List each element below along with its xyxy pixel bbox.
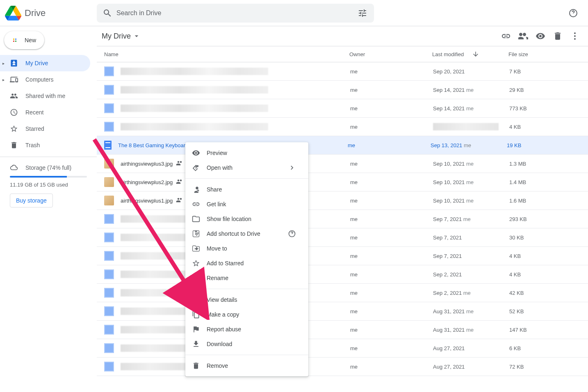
more-button[interactable] (567, 28, 583, 44)
ctx-view-details[interactable]: View details (185, 292, 308, 307)
storage-header[interactable]: Storage (74% full) (10, 164, 87, 172)
file-row[interactable]: me Sep 2, 2021 4 KB (97, 265, 588, 284)
file-modified: Sep 7, 2021 (433, 253, 509, 259)
sidebar-item-starred[interactable]: Starred (0, 121, 90, 137)
buy-storage-button[interactable]: Buy storage (10, 194, 53, 207)
file-modified: Sep 10, 2021 me (433, 179, 509, 185)
folder-icon (192, 215, 200, 223)
col-size[interactable]: File size (508, 51, 588, 57)
file-row[interactable]: me Sep 7, 2021 me 293 KB (97, 210, 588, 228)
ctx-add-shortcut-to-drive[interactable]: Add shortcut to Drive (185, 226, 308, 241)
file-row[interactable]: The 8 Best Gaming Keyboards of 2021 me S… (97, 136, 588, 155)
file-row[interactable]: airthingsviewplus2.jpg me Sep 10, 2021 m… (97, 173, 588, 191)
file-size: 42 KB (509, 290, 588, 296)
ctx-add-to-starred[interactable]: Add to Starred (185, 256, 308, 271)
file-size: 6 KB (509, 345, 588, 351)
new-button[interactable]: New (4, 31, 44, 49)
file-size: 7 KB (509, 68, 588, 75)
file-row[interactable]: me Aug 31, 2021 me 147 KB (97, 321, 588, 339)
file-row[interactable]: me Sep 2, 2021 me 42 KB (97, 284, 588, 302)
help-icon[interactable] (288, 230, 296, 238)
sidebar: New My DriveComputersShared with meRecen… (0, 26, 97, 392)
help-icon[interactable] (565, 5, 581, 21)
shared-icon (176, 196, 183, 205)
list-header: Name Owner Last modified File size (97, 46, 588, 62)
sort-down-icon (472, 50, 479, 58)
ctx-label: Download (207, 341, 232, 347)
file-row[interactable]: me Sep 14, 2021 me 29 KB (97, 81, 588, 99)
file-row[interactable]: me 4 KB (97, 118, 588, 136)
file-row[interactable]: me Aug 27, 2021 6 KB (97, 339, 588, 358)
file-row[interactable]: me Sep 7, 2021 4 KB (97, 247, 588, 265)
file-row[interactable]: airthingsviewplus1.jpg me Sep 10, 2021 m… (97, 191, 588, 210)
col-name[interactable]: Name (97, 51, 349, 57)
file-type-icon (104, 362, 114, 371)
sidebar-item-my-drive[interactable]: My Drive (0, 55, 90, 71)
sidebar-item-trash[interactable]: Trash (0, 137, 90, 153)
storage-detail: 11.19 GB of 15 GB used (10, 182, 87, 188)
ctx-make-a-copy[interactable]: Make a copy (185, 307, 308, 322)
file-type-icon (104, 214, 114, 224)
ctx-share[interactable]: Share (185, 182, 308, 197)
ctx-label: Report abuse (207, 326, 241, 333)
sidebar-item-label: Recent (25, 109, 43, 116)
file-owner: me (350, 308, 433, 315)
file-owner: me (350, 124, 433, 130)
file-modified: Aug 31, 2021 me (433, 308, 509, 315)
ctx-preview[interactable]: Preview (185, 146, 308, 160)
search-bar[interactable] (97, 4, 374, 23)
sidebar-item-shared-with-me[interactable]: Shared with me (0, 88, 90, 104)
trash-icon (192, 362, 200, 370)
logo[interactable]: Drive (5, 5, 97, 21)
file-size: 4 KB (509, 253, 588, 259)
ctx-show-file-location[interactable]: Show file location (185, 212, 308, 226)
file-modified: Sep 2, 2021 (433, 271, 509, 278)
storage-label: Storage (74% full) (25, 164, 71, 171)
col-modified[interactable]: Last modified (432, 50, 508, 58)
ctx-get-link[interactable]: Get link (185, 197, 308, 212)
file-name-cell (121, 68, 350, 75)
file-type-icon (104, 232, 114, 242)
share-button[interactable] (515, 28, 531, 44)
sidebar-item-recent[interactable]: Recent (0, 104, 90, 121)
file-name-blurred (121, 123, 268, 130)
file-owner: me (350, 235, 433, 241)
file-owner: me (350, 290, 433, 296)
ctx-move-to[interactable]: Move to (185, 241, 308, 256)
drive-icon (10, 59, 18, 67)
remove-button[interactable] (549, 28, 566, 44)
flag-icon (192, 325, 200, 333)
search-input[interactable] (116, 9, 358, 17)
preview-button[interactable] (532, 28, 549, 44)
storage-fill (10, 176, 67, 178)
col-owner[interactable]: Owner (349, 51, 432, 57)
ctx-divider (185, 289, 308, 289)
tune-icon[interactable] (358, 8, 367, 18)
ctx-label: Rename (207, 275, 228, 281)
file-row[interactable]: me Sep 20, 2021 7 KB (97, 62, 588, 81)
ctx-remove[interactable]: Remove (185, 358, 308, 373)
breadcrumb[interactable]: My Drive (101, 30, 141, 43)
file-size: 19 KB (507, 142, 588, 148)
file-row[interactable]: me Aug 27, 2021 72 KB (97, 358, 588, 376)
ctx-report-abuse[interactable]: Report abuse (185, 322, 308, 337)
sidebar-item-computers[interactable]: Computers (0, 71, 90, 88)
ctx-download[interactable]: Download (185, 337, 308, 351)
ctx-open-with[interactable]: Open with (185, 160, 308, 175)
file-row[interactable]: me Sep 14, 2021 me 773 KB (97, 99, 588, 118)
file-type-icon (104, 306, 114, 316)
file-row[interactable]: airthingsviewplus3.jpg me Sep 10, 2021 m… (97, 155, 588, 173)
file-row[interactable]: me Sep 7, 2021 30 KB (97, 228, 588, 247)
storage-bar (10, 176, 87, 178)
file-type-icon (104, 122, 114, 132)
file-modified: Aug 27, 2021 (433, 364, 509, 370)
file-name-blurred (121, 68, 268, 75)
file-row[interactable]: me Aug 31, 2021 me 52 KB (97, 302, 588, 321)
file-owner: me (348, 142, 431, 148)
file-name-cell (121, 105, 350, 112)
get-link-button[interactable] (498, 28, 514, 44)
star-icon (10, 125, 18, 133)
ctx-rename[interactable]: Rename (185, 271, 308, 285)
svg-point-3 (574, 38, 576, 40)
file-owner: me (350, 345, 433, 351)
